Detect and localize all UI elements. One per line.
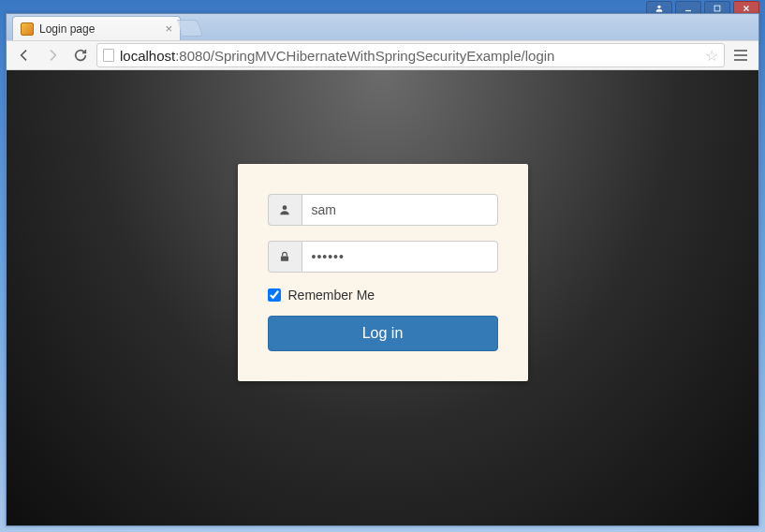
url-host: localhost bbox=[120, 48, 175, 64]
back-button[interactable] bbox=[12, 43, 37, 67]
remember-me-label[interactable]: Remember Me bbox=[268, 288, 498, 303]
lock-icon bbox=[268, 241, 302, 273]
remember-me-text: Remember Me bbox=[288, 288, 375, 303]
tab-title: Login page bbox=[39, 22, 95, 36]
reload-button[interactable] bbox=[68, 43, 93, 67]
tab-close-icon[interactable]: × bbox=[165, 22, 172, 36]
url-rest: :8080/SpringMVCHibernateWithSpringSecuri… bbox=[175, 48, 554, 64]
password-group bbox=[268, 241, 498, 273]
page-viewport: Remember Me Log in bbox=[7, 70, 758, 525]
favicon-icon bbox=[21, 22, 34, 36]
browser-window: Login page × localhost:8080/SpringMVCHib… bbox=[6, 13, 759, 526]
login-card: Remember Me Log in bbox=[238, 164, 528, 381]
bookmark-star-icon[interactable]: ☆ bbox=[705, 47, 718, 65]
forward-button[interactable] bbox=[40, 43, 65, 67]
svg-rect-6 bbox=[281, 256, 288, 260]
new-tab-button[interactable] bbox=[177, 20, 204, 37]
user-icon bbox=[268, 194, 302, 226]
svg-rect-2 bbox=[714, 6, 720, 11]
svg-point-0 bbox=[657, 6, 660, 8]
login-button[interactable]: Log in bbox=[268, 316, 498, 351]
page-icon bbox=[103, 49, 114, 62]
svg-point-5 bbox=[283, 205, 287, 210]
browser-toolbar: localhost:8080/SpringMVCHibernateWithSpr… bbox=[7, 40, 758, 70]
tab-strip: Login page × bbox=[7, 14, 758, 40]
username-input[interactable] bbox=[302, 194, 498, 226]
browser-menu-button[interactable] bbox=[728, 43, 753, 67]
url-text: localhost:8080/SpringMVCHibernateWithSpr… bbox=[120, 48, 699, 64]
browser-tab[interactable]: Login page × bbox=[12, 16, 181, 40]
address-bar[interactable]: localhost:8080/SpringMVCHibernateWithSpr… bbox=[96, 43, 725, 67]
username-group bbox=[268, 194, 498, 226]
remember-me-checkbox[interactable] bbox=[268, 288, 281, 302]
password-input[interactable] bbox=[302, 241, 498, 273]
